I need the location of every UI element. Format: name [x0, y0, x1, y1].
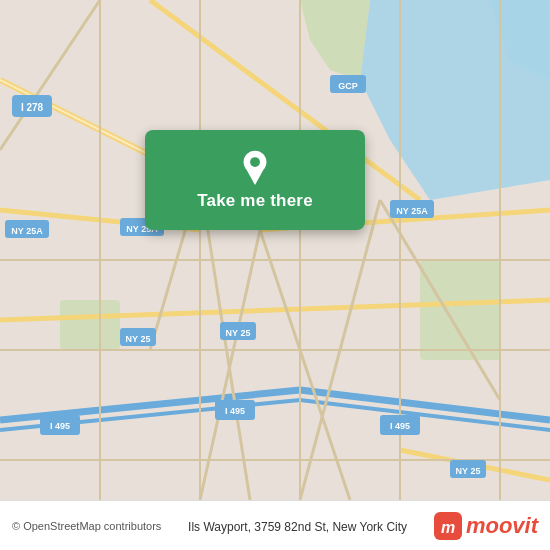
svg-text:NY 25: NY 25 — [126, 334, 151, 344]
location-label: Ils Wayport, 3759 82nd St, New York City — [188, 520, 407, 534]
moovit-icon: m — [434, 512, 462, 540]
svg-text:NY 25A: NY 25A — [396, 206, 428, 216]
map-container: I 278 GCP NY 25A NY 25A NY 25A NY 25 NY … — [0, 0, 550, 500]
svg-point-55 — [250, 157, 260, 167]
moovit-logo-text: moovit — [466, 513, 538, 539]
svg-marker-56 — [247, 170, 263, 185]
location-pin-icon — [237, 149, 273, 185]
svg-text:I 495: I 495 — [50, 421, 70, 431]
footer-left: © OpenStreetMap contributors — [12, 520, 161, 532]
osm-attribution: © OpenStreetMap contributors — [12, 520, 161, 532]
svg-rect-4 — [420, 260, 500, 360]
svg-rect-5 — [60, 300, 120, 350]
svg-text:NY 25A: NY 25A — [11, 226, 43, 236]
footer-center: Ils Wayport, 3759 82nd St, New York City — [161, 517, 434, 535]
take-me-there-card[interactable]: Take me there — [145, 130, 365, 230]
svg-text:I 495: I 495 — [390, 421, 410, 431]
svg-text:I 495: I 495 — [225, 406, 245, 416]
svg-text:m: m — [441, 519, 455, 536]
svg-text:NY 25: NY 25 — [456, 466, 481, 476]
take-me-there-label: Take me there — [197, 191, 313, 211]
moovit-logo-container: m moovit — [434, 512, 538, 540]
svg-text:NY 25: NY 25 — [226, 328, 251, 338]
svg-text:GCP: GCP — [338, 81, 358, 91]
svg-text:I 278: I 278 — [21, 102, 44, 113]
footer: © OpenStreetMap contributors Ils Wayport… — [0, 500, 550, 550]
